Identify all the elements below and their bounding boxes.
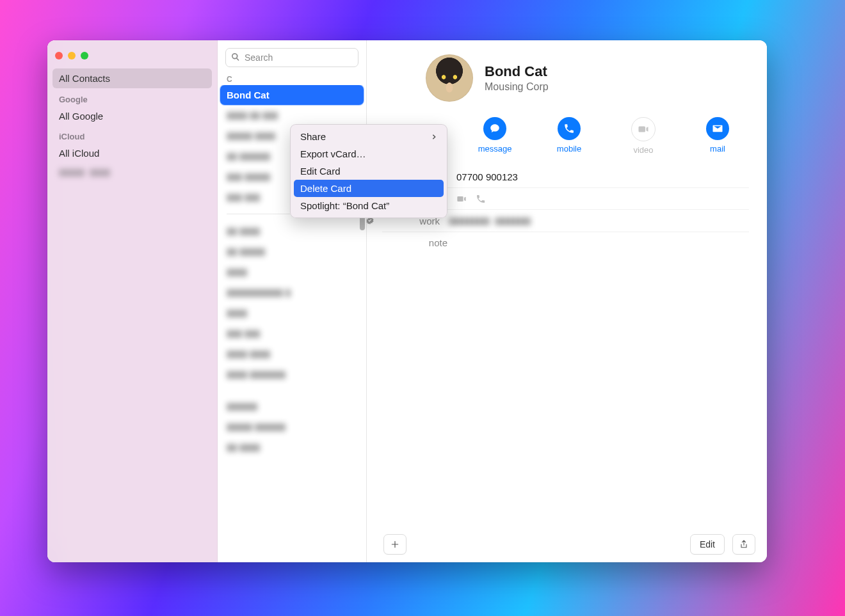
contact-row-redacted[interactable]: ▮▮▮▮ [218, 303, 366, 323]
context-menu-item-delete-card[interactable]: Delete Card [294, 180, 444, 197]
context-menu-item-edit-card[interactable]: Edit Card [294, 162, 444, 180]
close-window-button[interactable] [55, 52, 63, 59]
action-label: message [478, 144, 512, 154]
action-mobile[interactable]: mobile [549, 117, 590, 155]
action-message[interactable]: message [474, 117, 515, 155]
contact-company: Mousing Corp [485, 81, 549, 93]
phone-icon [558, 117, 581, 140]
avatar[interactable] [426, 54, 473, 102]
action-label: mail [710, 144, 725, 154]
field-value: 07700 900123 [456, 171, 518, 182]
contact-detail-pane: Bond Cat Mousing Corp message mobile [367, 40, 767, 562]
phone-icon[interactable] [476, 194, 486, 204]
contact-row-redacted[interactable]: ▮▮▮▮ ▮▮▮▮▮▮▮ [218, 364, 366, 384]
action-label: video [633, 145, 653, 155]
button-label: Edit [700, 539, 715, 549]
menu-item-label: Share [300, 131, 326, 142]
field-label: note [382, 237, 447, 248]
share-button[interactable] [732, 534, 755, 555]
contacts-window: All Contacts Google All Google iCloud Al… [47, 40, 767, 562]
contact-row-redacted[interactable]: ▮▮ ▮▮▮▮▮ [218, 241, 366, 262]
section-header-letter: C [218, 71, 366, 85]
video-icon [631, 117, 656, 141]
menu-item-label: Spotlight: “Bond Cat” [300, 200, 389, 211]
edit-button[interactable]: Edit [690, 534, 725, 555]
contact-row-redacted[interactable]: ▮▮ ▮▮▮▮ [218, 437, 366, 457]
sidebar-item-all-icloud[interactable]: All iCloud [52, 144, 212, 162]
add-button[interactable] [383, 534, 406, 555]
action-mail[interactable]: mail [697, 117, 738, 155]
contact-row-selected[interactable]: Bond Cat [221, 86, 362, 104]
field-note[interactable]: note [382, 232, 749, 253]
contact-list-pane: Search C Bond Cat ▮▮▮▮ ▮▮ ▮▮▮ ▮▮▮▮▮ ▮▮▮▮… [218, 40, 367, 562]
sidebar-group-header-google: Google [52, 88, 212, 107]
share-icon [739, 539, 749, 549]
contact-row-redacted[interactable]: ▮▮▮▮▮▮▮▮▮▮▮ ▮ [218, 282, 366, 303]
sidebar-item-all-google[interactable]: All Google [52, 107, 212, 125]
minimize-window-button[interactable] [68, 52, 76, 59]
message-icon [483, 117, 506, 140]
mail-icon [706, 117, 729, 140]
field-value [456, 194, 486, 204]
context-menu-item-export-vcard[interactable]: Export vCard… [294, 145, 444, 162]
contact-row-redacted[interactable]: ▮▮▮▮ [218, 262, 366, 282]
contact-row-redacted[interactable]: ▮▮ ▮▮▮▮ [218, 221, 366, 241]
window-traffic-lights [52, 49, 212, 68]
search-icon [231, 52, 240, 63]
context-menu-item-spotlight[interactable]: Spotlight: “Bond Cat” [294, 197, 444, 214]
contact-row-redacted[interactable]: ▮▮▮▮ ▮▮▮▮ [218, 344, 366, 364]
contact-row-redacted[interactable]: ▮▮▮▮ ▮▮ ▮▮▮ [218, 105, 366, 125]
sidebar-group-header-icloud: iCloud [52, 125, 212, 144]
sidebar-item-label: All Contacts [59, 73, 110, 84]
sidebar-item-redacted[interactable]: ▮▮▮▮▮ ▮▮▮▮ [52, 162, 212, 182]
menu-item-label: Export vCard… [300, 148, 366, 159]
contact-name: Bond Cat [227, 90, 270, 100]
sidebar-item-label: All iCloud [59, 148, 99, 159]
contact-row-redacted[interactable]: ▮▮▮▮▮▮ [218, 396, 366, 416]
zoom-window-button[interactable] [81, 52, 88, 59]
sidebar: All Contacts Google All Google iCloud Al… [47, 40, 218, 562]
menu-item-label: Delete Card [300, 183, 351, 194]
context-menu-item-share[interactable]: Share [294, 128, 444, 145]
sidebar-item-all-contacts[interactable]: All Contacts [52, 68, 212, 88]
sidebar-item-label: All Google [59, 111, 103, 122]
contact-row-redacted[interactable]: ▮▮▮▮▮ ▮▮▮▮▮▮ [218, 416, 366, 437]
contact-title: Bond Cat [485, 63, 549, 79]
action-video: video [623, 117, 664, 155]
chevron-right-icon [431, 134, 437, 140]
field-value-redacted: ▮▮▮▮▮▮▮▮ ▮▮▮▮▮▮▮ [449, 215, 531, 226]
detail-footer: Edit [367, 526, 767, 562]
video-icon[interactable] [456, 194, 467, 204]
action-label: mobile [557, 144, 581, 154]
menu-item-label: Edit Card [300, 166, 341, 177]
search-placeholder: Search [245, 52, 273, 63]
contact-row-redacted[interactable]: ▮▮▮ ▮▮▮ [218, 323, 366, 344]
context-menu: Share Export vCard… Edit Card Delete Car… [290, 124, 447, 218]
search-input[interactable]: Search [225, 48, 358, 67]
